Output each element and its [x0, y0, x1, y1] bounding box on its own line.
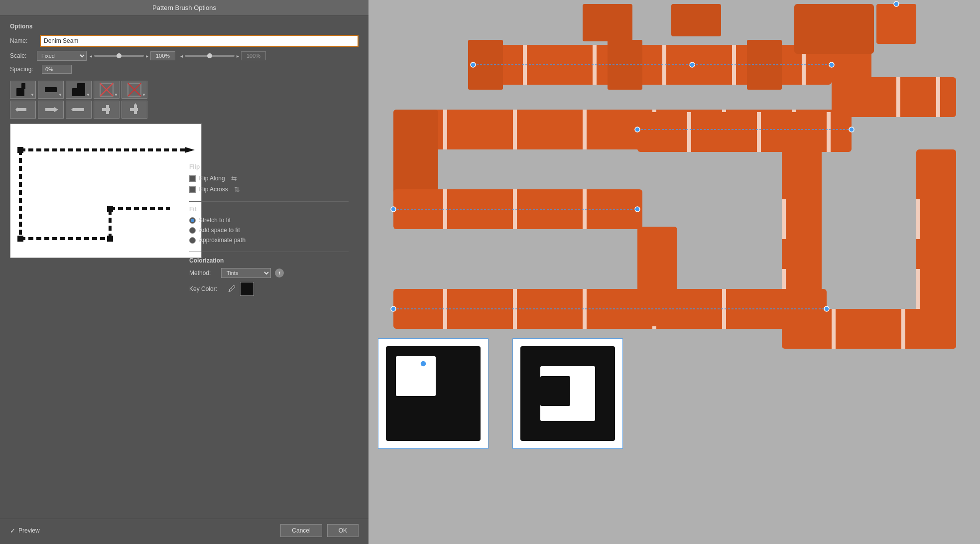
svg-rect-47 [443, 110, 447, 149]
svg-marker-17 [71, 108, 73, 111]
tile-btn-arrow5[interactable] [122, 101, 147, 119]
tile-arrow3-icon [71, 102, 86, 117]
fit-section: Fit Stretch to fit Add space to fit Appr… [189, 206, 349, 244]
approx-row: Approximate path [189, 237, 349, 244]
tile-row-1: ▼ ▼ ▼ [10, 81, 359, 99]
svg-rect-59 [687, 112, 691, 152]
preview-checkmark: ✓ [10, 527, 15, 535]
tile-btn-end[interactable]: ▼ [122, 81, 147, 99]
svg-rect-19 [106, 105, 109, 114]
tile-buttons-area: ▼ ▼ ▼ [10, 81, 359, 119]
approx-radio[interactable] [189, 237, 196, 244]
svg-rect-32 [107, 206, 113, 212]
svg-rect-5 [80, 83, 85, 96]
dialog-title: Pattern Brush Options [152, 4, 216, 11]
color-swatch[interactable] [240, 282, 254, 296]
fit-title: Fit [189, 206, 349, 213]
svg-rect-97 [396, 356, 436, 396]
ok-button[interactable]: OK [327, 524, 359, 537]
svg-marker-22 [134, 103, 137, 105]
stretch-radio[interactable] [189, 217, 196, 224]
name-row: Name: [10, 35, 359, 47]
method-row: Method: Tints i [189, 268, 349, 278]
cancel-button[interactable]: Cancel [280, 524, 322, 537]
tile-arrow1-icon [15, 102, 30, 117]
svg-marker-24 [185, 147, 195, 153]
tile-btn-arrow2[interactable] [38, 101, 64, 119]
spacing-input[interactable] [42, 65, 72, 74]
scale-value2: 100% [241, 51, 266, 60]
addspace-label: Add space to fit [199, 227, 240, 234]
svg-rect-2 [45, 87, 57, 92]
preview-area [10, 124, 202, 258]
scale-value1: 100% [150, 51, 175, 60]
tile-dropdown-4: ▼ [114, 93, 118, 97]
slider-thumb1[interactable] [117, 53, 122, 58]
flip-across-row: Flip Across ⇅ [189, 185, 349, 193]
flip-across-label: Flip Across [199, 186, 228, 193]
options-sections-wrapper: Flip Flip Along ⇆ Flip Across ⇅ Fi [189, 163, 349, 304]
tile-btn-outer-corner[interactable]: ▼ [66, 81, 92, 99]
flip-along-row: Flip Along ⇆ [189, 174, 349, 182]
canvas-area [368, 0, 980, 544]
tile-btn-arrow4[interactable] [94, 101, 120, 119]
svg-rect-75 [916, 149, 956, 349]
svg-rect-31 [107, 236, 113, 242]
svg-rect-14 [45, 108, 54, 111]
slider-right-arrow: ▸ [146, 53, 148, 59]
slider-track1[interactable] [94, 55, 144, 57]
svg-rect-21 [134, 105, 137, 114]
svg-rect-29 [17, 147, 23, 153]
keycolor-row: Key Color: 🖊 [189, 282, 349, 296]
tile-arrow2-icon [43, 102, 58, 117]
svg-rect-74 [901, 309, 905, 349]
svg-rect-16 [73, 108, 84, 111]
bottom-section: Flip Flip Along ⇆ Flip Across ⇅ Fi [10, 124, 359, 265]
tile-btn-arrow3[interactable] [66, 101, 92, 119]
svg-rect-49 [583, 110, 587, 149]
svg-rect-103 [540, 376, 570, 406]
slider-track2[interactable] [185, 55, 235, 57]
dialog-titlebar: Pattern Brush Options [0, 0, 368, 16]
info-icon[interactable]: i [275, 269, 284, 277]
svg-rect-73 [832, 309, 836, 349]
tile-dropdown-2: ▼ [58, 93, 62, 97]
name-input[interactable] [40, 35, 359, 47]
tile-end-icon [127, 82, 142, 97]
tile-corner-icon [15, 82, 30, 97]
tile-start-icon [99, 82, 114, 97]
svg-rect-34 [671, 4, 721, 36]
divider-2 [189, 252, 349, 252]
scale-slider2-container: ◂ ▸ 100% [180, 51, 266, 60]
svg-rect-42 [794, 4, 874, 54]
tile-row-2 [10, 101, 359, 119]
method-select[interactable]: Tints [221, 268, 271, 278]
svg-rect-0 [16, 88, 24, 96]
flip-title: Flip [189, 163, 349, 170]
slider-left-arrow2: ◂ [180, 53, 183, 59]
tile-btn-side[interactable]: ▼ [38, 81, 64, 99]
svg-marker-13 [15, 107, 17, 112]
addspace-radio[interactable] [189, 227, 196, 234]
stretch-label: Stretch to fit [199, 217, 231, 224]
scale-row: Scale: Fixed ◂ ▸ 100% ◂ ▸ 100% [10, 51, 359, 61]
stretch-row: Stretch to fit [189, 217, 349, 224]
flip-along-icon: ⇆ [231, 174, 237, 182]
slider-thumb2[interactable] [207, 53, 212, 58]
preview-check-row: ✓ Preview [10, 527, 40, 535]
tile-btn-arrow1[interactable] [10, 101, 36, 119]
svg-rect-104 [876, 4, 916, 44]
tile-dropdown-3: ▼ [86, 93, 90, 97]
spacing-label: Spacing: [10, 66, 42, 73]
svg-point-98 [420, 361, 426, 367]
preview-label: Preview [18, 527, 40, 534]
scale-slider1: ◂ ▸ 100% [90, 51, 175, 60]
tile-btn-corner[interactable]: ▼ [10, 81, 36, 99]
tile-btn-start[interactable]: ▼ [94, 81, 120, 99]
flip-across-checkbox[interactable] [189, 186, 196, 193]
eyedropper-icon[interactable]: 🖊 [228, 284, 236, 293]
flip-along-checkbox[interactable] [189, 175, 196, 182]
svg-marker-15 [54, 107, 58, 112]
scale-select[interactable]: Fixed [37, 51, 87, 61]
colorization-title: Colorization [189, 257, 349, 264]
